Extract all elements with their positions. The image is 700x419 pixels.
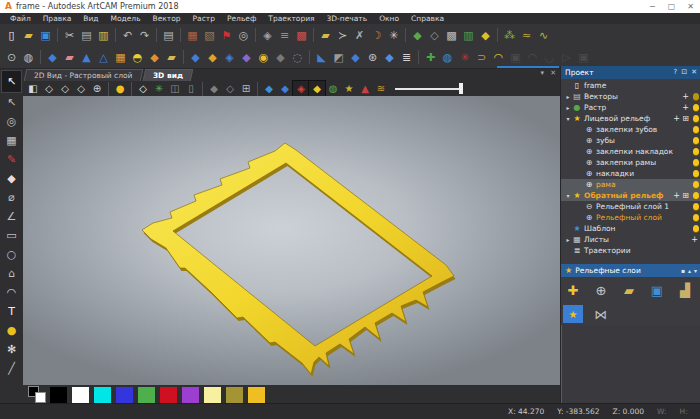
copy-view-icon[interactable]: ⊞ xyxy=(238,81,254,96)
tree-item-relief-layer-1[interactable]: ⊖Рельефный слой 1 xyxy=(561,201,700,212)
tricolor-stack-icon[interactable]: ≋ xyxy=(373,81,389,96)
add-item-button[interactable]: + xyxy=(690,235,699,244)
layers-pin-button[interactable]: ▪ xyxy=(681,267,685,274)
visibility-bulb-icon[interactable] xyxy=(693,93,699,100)
tree-item-toolpaths[interactable]: ≣Траектории xyxy=(561,245,700,256)
visibility-bulb-icon[interactable] xyxy=(693,203,699,210)
text-tool-icon[interactable]: T xyxy=(2,302,21,320)
visibility-bulb-icon[interactable] xyxy=(693,159,699,166)
rectangle-tool-icon[interactable]: ▭ xyxy=(2,226,21,244)
menu-item-Вектор[interactable]: Вектор xyxy=(147,13,187,24)
view-close-icon[interactable]: ✕ xyxy=(550,69,556,77)
menu-item-Рельеф[interactable]: Рельеф xyxy=(221,13,262,24)
line-tool-icon[interactable]: ╱ xyxy=(2,359,21,377)
visibility-bulb-icon[interactable] xyxy=(693,225,699,232)
color-swatch-8[interactable] xyxy=(226,387,243,403)
visibility-bulb-icon[interactable] xyxy=(693,181,699,188)
blue-flat-plane-icon[interactable]: ◆ xyxy=(187,49,204,66)
crescent-icon[interactable]: ☽ xyxy=(368,27,385,44)
target-relief-icon[interactable]: ◉ xyxy=(255,49,272,66)
arc-tool-icon[interactable]: ◠ xyxy=(2,283,21,301)
gray-block-icon[interactable]: ◫ xyxy=(167,81,183,96)
star-burst-icon[interactable]: ✳ xyxy=(385,27,402,44)
tab-overflow-icon[interactable]: ▾ xyxy=(541,69,545,77)
foreground-background-swatch[interactable] xyxy=(28,386,50,403)
light-material-icon[interactable]: ⚑ xyxy=(218,27,235,44)
smooth-layer-icon[interactable]: ▟ xyxy=(675,281,695,299)
visibility-bulb-icon[interactable] xyxy=(693,192,699,199)
green-clip-icon[interactable]: ◍ xyxy=(325,81,341,96)
visibility-bulb-icon[interactable] xyxy=(693,170,699,177)
tree-item-vectors[interactable]: ▸▤Векторы+ xyxy=(561,91,700,102)
blue-sheet-icon[interactable]: ◆ xyxy=(347,49,364,66)
layers-down-button[interactable]: ▾ xyxy=(694,267,697,274)
blue-relief-plane-icon[interactable]: ◆ xyxy=(44,49,61,66)
add-item-button[interactable]: + xyxy=(672,191,681,200)
smooth-stack-icon[interactable]: ≡ xyxy=(276,27,293,44)
origin-axes-icon[interactable]: ✳ xyxy=(151,81,167,96)
paste-icon[interactable]: ▥ xyxy=(95,27,112,44)
view-cube-front-icon[interactable]: ◧ xyxy=(25,81,41,96)
polyline-tool-icon[interactable]: ∠ xyxy=(2,207,21,225)
undo-icon[interactable]: ↶ xyxy=(119,27,136,44)
blue-layer-icon[interactable]: ◈ xyxy=(221,49,238,66)
preview-render-icon[interactable]: ◎ xyxy=(235,27,252,44)
reduce-colors-icon[interactable]: ▩ xyxy=(293,27,310,44)
red-gear-icon[interactable]: ✳ xyxy=(456,49,473,66)
tree-item-layer-zaklepki-zubov[interactable]: ⊕заклепки зубов xyxy=(561,124,700,135)
tree-item-template[interactable]: ★Шаблон xyxy=(561,223,700,234)
background-color-swatch[interactable] xyxy=(36,393,45,402)
red-blue-plane-icon[interactable]: ◈ xyxy=(293,81,309,96)
tree-item-raster[interactable]: ▸●Растр+ xyxy=(561,102,700,113)
tree-item-layer-zuby[interactable]: ⊕зубы xyxy=(561,135,700,146)
color-swatch-0[interactable] xyxy=(50,387,67,403)
red-blue-pyramid-icon[interactable]: ▲ xyxy=(357,81,373,96)
block-palette-icon[interactable]: ▧ xyxy=(201,27,218,44)
add-layer-icon[interactable]: ✚ xyxy=(563,281,583,299)
paint-tool-icon[interactable]: ✎ xyxy=(2,150,21,168)
fit-view-button[interactable]: ⊞ xyxy=(681,191,690,200)
green-relief-icon[interactable]: ◆ xyxy=(409,27,426,44)
maximize-button[interactable]: ▢ xyxy=(662,0,681,13)
add-item-button[interactable]: + xyxy=(681,92,690,101)
erase-tool-icon[interactable]: ◆ xyxy=(2,169,21,187)
view-cube-iso3-icon[interactable]: ◇ xyxy=(73,81,89,96)
tree-item-layer-zaklepki-nakladok[interactable]: ⊕заклепки накладок xyxy=(561,146,700,157)
blue-double-pyramid-icon[interactable]: △ xyxy=(95,49,112,66)
relief-folder-star-icon[interactable]: ▰ xyxy=(163,49,180,66)
color-swatch-9[interactable] xyxy=(248,387,265,403)
gray-dome-icon[interactable]: ◌ xyxy=(289,49,306,66)
layer-stack-icon[interactable]: ≣ xyxy=(398,49,415,66)
gold-diamond-icon[interactable]: ◆ xyxy=(477,27,494,44)
blue-small-plane-icon[interactable]: ◆ xyxy=(381,49,398,66)
visibility-bulb-icon[interactable] xyxy=(693,104,699,111)
draw-plane-icon[interactable]: ◇ xyxy=(135,81,151,96)
blue-jar-icon[interactable]: ◍ xyxy=(439,49,456,66)
tree-item-layer-nakladki[interactable]: ⊕накладки xyxy=(561,168,700,179)
gray-slot-icon[interactable]: ▯ xyxy=(183,81,199,96)
repair-tools-icon[interactable]: ✗ xyxy=(351,27,368,44)
zoom-view-icon[interactable]: ⊕ xyxy=(89,81,105,96)
measure-tool-icon[interactable]: ⌀ xyxy=(2,188,21,206)
node-edit-tool-icon[interactable]: ↖ xyxy=(2,93,21,111)
node-curve-icon[interactable]: ∿ xyxy=(535,27,552,44)
visibility-bulb-icon[interactable] xyxy=(693,115,699,122)
color-swatch-1[interactable] xyxy=(72,387,89,403)
blue-angle-icon[interactable]: ◣ xyxy=(313,49,330,66)
open-model-icon[interactable]: ▰ xyxy=(20,27,37,44)
color-swatch-4[interactable] xyxy=(138,387,155,403)
tree-item-relief-layer[interactable]: ⊕Рельефный слой xyxy=(561,212,700,223)
scatter-dots-icon[interactable]: ⁂ xyxy=(501,27,518,44)
envelope-distort-tool-icon[interactable]: ▦ xyxy=(2,131,21,149)
select-tool-icon[interactable]: ↖ xyxy=(2,71,21,92)
weave-relief-icon[interactable]: ◆ xyxy=(146,49,163,66)
select-relief-icon[interactable]: ⊕ xyxy=(591,281,611,299)
color-swatch-5[interactable] xyxy=(160,387,177,403)
blue-pyramid-icon[interactable]: ▲ xyxy=(78,49,95,66)
menu-item-Справка[interactable]: Справка xyxy=(405,13,450,24)
viewport-3d[interactable] xyxy=(23,96,560,385)
green-sheets-icon[interactable]: ▥ xyxy=(460,27,477,44)
notes-icon[interactable]: ▤ xyxy=(160,27,177,44)
material-block-icon[interactable]: ▦ xyxy=(184,27,201,44)
gray-carve-icon[interactable]: ◇ xyxy=(222,81,238,96)
